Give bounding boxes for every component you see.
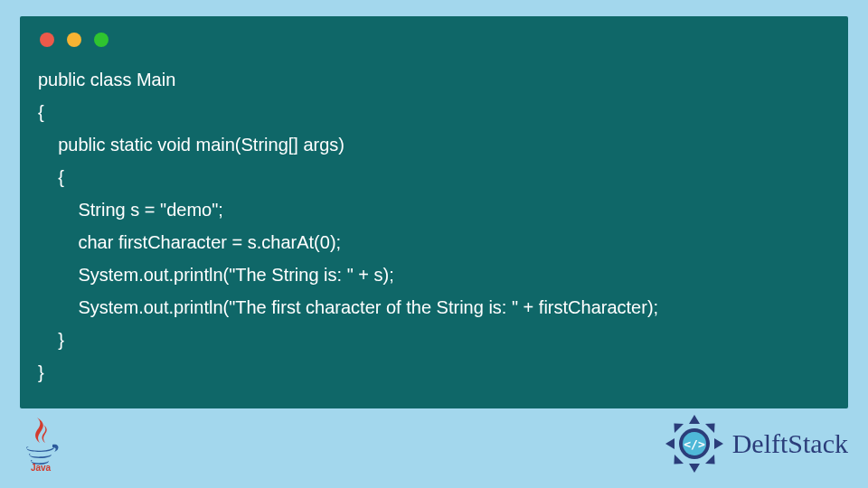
svg-marker-0 — [689, 415, 700, 424]
code-line: System.out.println("The first character … — [38, 297, 658, 317]
java-icon: Java — [20, 416, 61, 472]
java-logo: Java — [20, 416, 61, 472]
footer: Java </> DelftStack — [20, 408, 848, 479]
close-icon — [40, 33, 54, 47]
code-line: char firstCharacter = s.charAt(0); — [38, 232, 341, 252]
maximize-icon — [94, 33, 108, 47]
svg-marker-2 — [714, 438, 723, 449]
code-line: } — [38, 330, 64, 350]
svg-marker-3 — [705, 455, 715, 465]
svg-text:</>: </> — [684, 437, 705, 451]
code-line: public static void main(String[] args) — [38, 135, 344, 155]
svg-marker-4 — [689, 464, 700, 473]
delftstack-logo: </> DelftStack — [662, 411, 848, 476]
delftstack-icon: </> — [662, 411, 727, 476]
code-line: { — [38, 167, 64, 187]
java-label-text: Java — [31, 463, 52, 472]
code-line: String s = "demo"; — [38, 200, 223, 220]
code-line: { — [38, 102, 44, 122]
svg-marker-6 — [665, 438, 675, 449]
svg-marker-1 — [705, 423, 715, 433]
window-controls — [34, 33, 834, 47]
code-line: System.out.println("The String is: " + s… — [38, 265, 394, 285]
code-window: public class Main { public static void m… — [20, 16, 848, 408]
svg-marker-7 — [674, 423, 684, 433]
brand-text: DelftStack — [732, 428, 848, 459]
code-line: } — [38, 362, 44, 382]
svg-marker-5 — [674, 455, 684, 465]
code-block: public class Main { public static void m… — [34, 63, 834, 389]
code-line: public class Main — [38, 70, 175, 89]
minimize-icon — [67, 33, 81, 47]
